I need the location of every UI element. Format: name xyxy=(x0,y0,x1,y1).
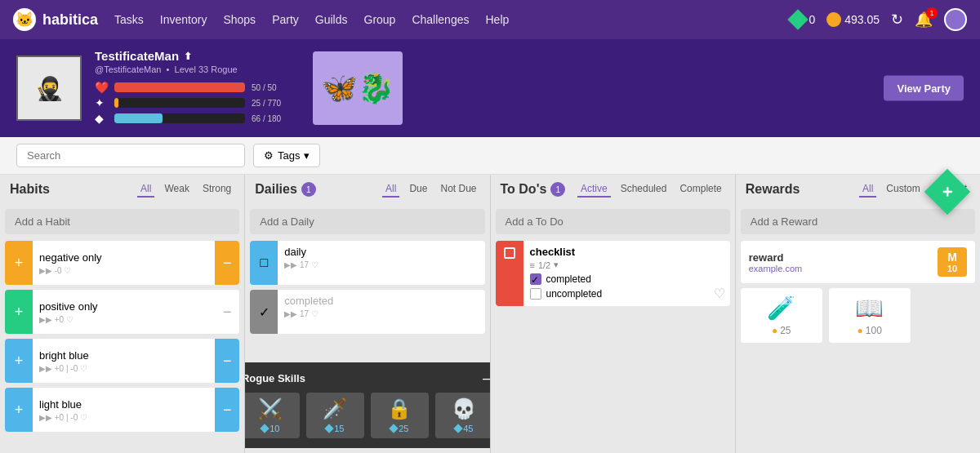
rogue-popup-close[interactable]: — xyxy=(483,372,490,384)
mp-text: 66 / 180 xyxy=(252,114,296,123)
habits-filter-weak[interactable]: Weak xyxy=(161,181,192,198)
skill-card-3[interactable]: 🔒 25 xyxy=(371,393,429,438)
gold-value: 493.05 xyxy=(844,13,880,26)
notif-badge: 1 xyxy=(926,7,938,19)
hp-text: 50 / 50 xyxy=(252,83,296,92)
add-daily-row[interactable]: Add a Daily xyxy=(250,209,484,234)
skill-card-2[interactable]: 🗡️ 15 xyxy=(306,393,364,438)
skill-cost-4: 45 xyxy=(455,424,473,433)
todos-filter-active[interactable]: Active xyxy=(577,181,611,198)
rewards-body: Add a Reward reward example.com M 10 🧪 ●… xyxy=(736,204,980,453)
nav-group[interactable]: Group xyxy=(364,13,396,26)
dailies-body: Add a Daily □ daily ▶▶ 17 ♡ ✓ completed … xyxy=(245,204,489,453)
reward-info: reward example.com xyxy=(749,251,802,273)
daily-checkbox-1[interactable]: □ xyxy=(250,241,278,285)
habits-filter-strong[interactable]: Strong xyxy=(199,181,234,198)
rewards-filter-all[interactable]: All xyxy=(859,181,876,198)
mp-icon: ◆ xyxy=(95,112,108,125)
level-text: Level 33 Rogue xyxy=(175,64,238,74)
daily-checkbox-2[interactable]: ✓ xyxy=(250,290,278,334)
rewards-filter-custom[interactable]: Custom xyxy=(883,181,923,198)
subtask-icon: ≡ xyxy=(530,260,535,270)
mp-bar-row: ◆ 66 / 180 xyxy=(95,112,296,125)
daily-label-2: completed ▶▶ 17 ♡ xyxy=(278,290,484,334)
search-input[interactable] xyxy=(16,144,245,167)
nav-tasks[interactable]: Tasks xyxy=(114,13,144,26)
habit-negative-btn-3[interactable]: − xyxy=(215,339,239,383)
todos-filter-scheduled[interactable]: Scheduled xyxy=(617,181,670,198)
reward-link[interactable]: example.com xyxy=(749,264,802,273)
nav-shops[interactable]: Shops xyxy=(223,13,256,26)
habit-negative-btn-2[interactable]: − xyxy=(215,290,239,334)
buyable-item-1[interactable]: 🧪 ● 25 xyxy=(741,288,822,343)
habit-positive-btn-3[interactable]: + xyxy=(5,339,33,383)
habit-positive-btn-4[interactable]: + xyxy=(5,388,33,432)
nav-challenges[interactable]: Challenges xyxy=(412,13,469,26)
skill-card-1[interactable]: ⚔️ 10 xyxy=(245,393,300,438)
nav-inventory[interactable]: Inventory xyxy=(160,13,207,26)
nav-party[interactable]: Party xyxy=(272,13,299,26)
subtask-checkbox-1: ✓ xyxy=(530,273,541,285)
habit-negative-btn-4[interactable]: − xyxy=(215,388,239,432)
rogue-popup-title: Rogue Skills xyxy=(245,372,305,384)
view-party-button[interactable]: View Party xyxy=(884,76,964,101)
buyable-cost-2: ● 100 xyxy=(858,325,882,336)
subtask-item-1[interactable]: ✓ completed xyxy=(530,273,702,285)
logo-icon: 🐱 xyxy=(13,8,36,31)
gem-count: 0 xyxy=(791,12,815,27)
mp-bar-bg xyxy=(114,113,245,123)
buyable-item-2[interactable]: 📖 ● 100 xyxy=(829,288,911,343)
dailies-filter-notdue[interactable]: Not Due xyxy=(437,181,479,198)
profile-banner: 🥷 TestificateMan ⬆ @TestificateMan • Lev… xyxy=(0,39,980,137)
nav-help[interactable]: Help xyxy=(485,13,509,26)
add-reward-row[interactable]: Add a Reward xyxy=(741,209,975,234)
dailies-filter-due[interactable]: Due xyxy=(406,181,430,198)
dailies-filter-all[interactable]: All xyxy=(382,181,399,198)
daily-footer-1: ▶▶ 17 ♡ xyxy=(284,260,478,269)
mana-icon xyxy=(325,424,334,433)
habit-positive-btn-2[interactable]: + xyxy=(5,290,33,334)
subtask-checkbox-2 xyxy=(530,288,541,300)
rogue-popup-header: Rogue Skills — xyxy=(245,372,489,384)
todo-actions: ♡ xyxy=(709,241,730,306)
mana-icon xyxy=(454,424,463,433)
gem-icon xyxy=(788,9,808,29)
gem-value: 0 xyxy=(808,13,815,26)
habit-positive-btn-1[interactable]: + xyxy=(5,241,33,285)
level-icon: ⬆ xyxy=(184,51,192,62)
notification-button[interactable]: 🔔 1 xyxy=(915,11,933,29)
habit-negative-btn-1[interactable]: − xyxy=(215,241,239,285)
profile-name: TestificateMan ⬆ xyxy=(95,49,296,63)
habits-filter-all[interactable]: All xyxy=(137,181,154,198)
todo-favorite-icon[interactable]: ♡ xyxy=(714,286,725,301)
habits-body: Add a Habit + negative only ▶▶ -0 ♡ − + … xyxy=(0,204,244,453)
todo-check-box xyxy=(504,247,515,259)
brand[interactable]: 🐱 habitica xyxy=(13,8,98,31)
nav-guilds[interactable]: Guilds xyxy=(315,13,348,26)
add-todo-row[interactable]: Add a To Do xyxy=(496,209,730,234)
tags-label: Tags xyxy=(278,149,300,162)
search-area: ⚙ Tags xyxy=(0,137,980,175)
avatar[interactable] xyxy=(944,8,967,31)
refresh-button[interactable]: ↻ xyxy=(891,11,903,29)
skill-cost-3: 25 xyxy=(390,424,408,433)
todo-checkbox[interactable] xyxy=(496,241,523,306)
subtask-item-2[interactable]: uncompleted xyxy=(530,288,702,300)
rewards-title: Rewards xyxy=(746,182,800,197)
reward-cost[interactable]: M 10 xyxy=(938,247,967,277)
todos-filter-complete[interactable]: Complete xyxy=(676,181,724,198)
habit-footer-2: ▶▶ +0 ♡ xyxy=(39,315,208,324)
habit-label-2: positive only ▶▶ +0 ♡ xyxy=(33,295,215,329)
tags-button[interactable]: ⚙ Tags xyxy=(253,144,320,167)
mana-icon xyxy=(261,424,270,433)
subtask-chevron: ▾ xyxy=(554,260,559,270)
character-sprite: 🥷 xyxy=(16,56,82,121)
skill-card-4[interactable]: 💀 45 xyxy=(435,393,490,438)
habit-item: + light blue ▶▶ +0 | -0 ♡ − xyxy=(5,388,239,432)
daily-footer-2: ▶▶ 17 ♡ xyxy=(284,309,478,318)
rogue-skills-list: ⚔️ 10 🗡️ 15 🔒 xyxy=(245,393,489,438)
gold-coin-icon: M xyxy=(947,251,957,264)
todo-item: checklist ≡ 1/2 ▾ ✓ completed uncomplete… xyxy=(496,241,730,306)
add-habit-row[interactable]: Add a Habit xyxy=(5,209,239,234)
gold-count: 493.05 xyxy=(826,12,880,27)
